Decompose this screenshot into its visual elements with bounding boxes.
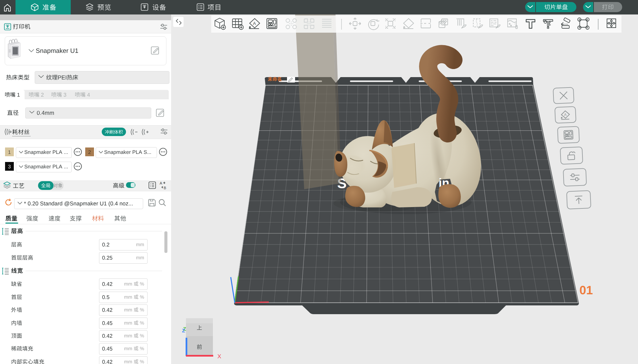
svg-text:B: B: [164, 186, 166, 190]
svg-text:A: A: [160, 181, 162, 185]
svg-text:A: A: [564, 112, 567, 117]
svg-text:A: A: [253, 21, 256, 26]
